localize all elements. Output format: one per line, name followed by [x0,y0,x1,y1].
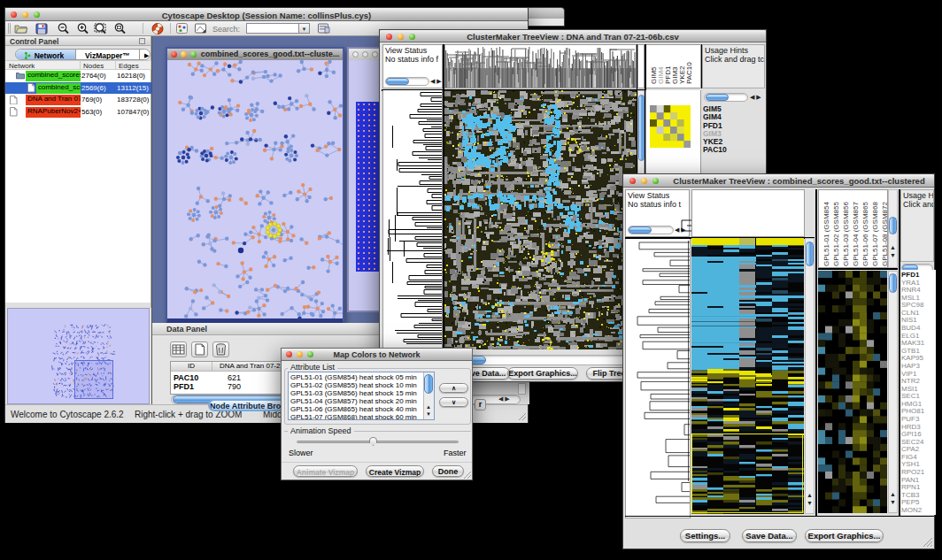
svg-text:GPL51-02 (GSM855: GPL51-02 (GSM855 [832,202,840,266]
svg-text:GPL51-04 (GSM857: GPL51-04 (GSM857 [852,202,860,266]
svg-text:GPL51-07 (GSM868: GPL51-07 (GSM868 [871,202,879,266]
svg-text:GPL51-01 (GSM854: GPL51-01 (GSM854 [822,202,830,266]
svg-text:GPL51-08 (GSM872: GPL51-08 (GSM872 [881,202,888,266]
svg-text:GPL51-03 (GSM856: GPL51-03 (GSM856 [842,202,850,266]
svg-text:GPL51-06 (GSM865: GPL51-06 (GSM865 [861,202,869,266]
